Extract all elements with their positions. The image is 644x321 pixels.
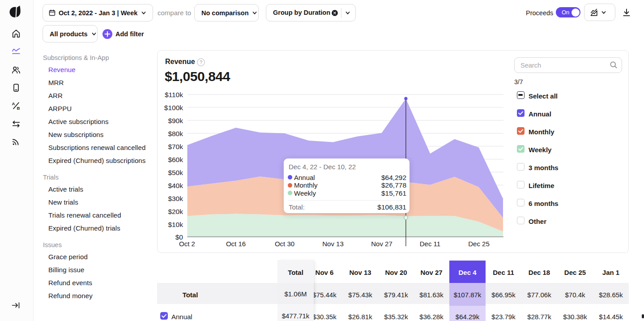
svg-text:B: B	[17, 106, 20, 111]
svg-text:A: A	[12, 101, 15, 106]
